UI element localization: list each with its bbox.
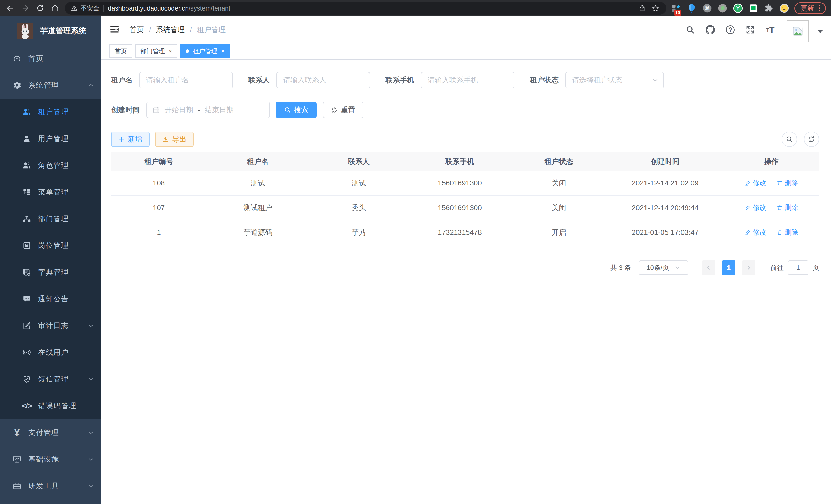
close-icon[interactable]: × xyxy=(169,48,172,54)
share-icon[interactable] xyxy=(637,4,647,13)
sidebar-item-sms[interactable]: 短信管理 xyxy=(0,366,101,392)
sidebar-item-notice[interactable]: 通知公告 xyxy=(0,286,101,313)
avatar-dropdown-caret-icon[interactable] xyxy=(818,30,823,36)
extension-chat-icon[interactable] xyxy=(748,3,759,13)
create-time-label: 创建时间 xyxy=(111,105,140,115)
refresh-table-button[interactable] xyxy=(804,131,819,147)
sidebar-item-infra[interactable]: 基础设施 xyxy=(0,446,101,473)
browser-back-icon[interactable] xyxy=(5,3,16,13)
sidebar-item-pay[interactable]: ¥ 支付管理 xyxy=(0,419,101,446)
chevron-down-icon xyxy=(88,429,94,436)
avatar[interactable] xyxy=(787,20,809,42)
sidebar-item-post[interactable]: 岗位管理 xyxy=(0,232,101,259)
browser-menu-kebab-icon[interactable] xyxy=(819,5,821,11)
browser-toolbar: 不安全 dashboard.yudao.iocoder.cn/system/te… xyxy=(0,0,831,17)
fullscreen-icon[interactable] xyxy=(745,24,756,35)
edit-link[interactable]: 修改 xyxy=(745,203,766,212)
close-icon[interactable]: × xyxy=(221,48,225,54)
extension-dot-icon[interactable] xyxy=(717,3,728,13)
breadcrumb-current: 租户管理 xyxy=(197,25,226,35)
tab-home[interactable]: 首页 xyxy=(110,45,132,58)
svg-text:Y: Y xyxy=(736,5,740,11)
tab-tenant[interactable]: 租户管理 × xyxy=(180,45,230,58)
sidebar-fold-icon[interactable] xyxy=(110,24,121,35)
sidebar-item-dict[interactable]: 字典管理 xyxy=(0,259,101,286)
page-unit-label: 页 xyxy=(812,263,819,272)
show-search-toggle-button[interactable] xyxy=(782,131,797,147)
sidebar-item-system[interactable]: 系统管理 xyxy=(0,72,101,99)
extension-y-icon[interactable]: Y xyxy=(733,3,743,13)
toolbox-icon xyxy=(12,481,22,491)
tenant-name-input[interactable] xyxy=(139,72,233,88)
github-icon[interactable] xyxy=(705,24,716,35)
edit-link[interactable]: 修改 xyxy=(745,179,766,187)
users-icon xyxy=(22,108,31,117)
edit-link[interactable]: 修改 xyxy=(745,228,766,237)
plus-icon xyxy=(118,136,125,143)
sidebar-item-home[interactable]: 首页 xyxy=(0,45,101,72)
search-button[interactable]: 搜索 xyxy=(276,102,317,118)
pagination: 共 3 条 10条/页 1 前往 页 xyxy=(111,261,819,275)
tenant-name-label: 租户名 xyxy=(111,75,133,85)
tenant-table: 租户编号 租户名 联系人 联系手机 租户状态 创建时间 操作 108 测试 测试… xyxy=(111,152,819,245)
browser-home-icon[interactable] xyxy=(50,3,60,13)
trash-icon xyxy=(776,205,783,211)
export-button[interactable]: 导出 xyxy=(155,131,194,147)
sidebar-item-dept[interactable]: 部门管理 xyxy=(0,206,101,232)
trash-icon xyxy=(776,180,783,186)
security-label: 不安全 xyxy=(81,4,99,12)
extension-grid-icon[interactable]: 10 xyxy=(671,3,682,13)
add-button[interactable]: 新增 xyxy=(111,131,149,147)
screen: 不安全 dashboard.yudao.iocoder.cn/system/te… xyxy=(0,0,831,504)
sidebar-item-error-code[interactable]: </> 错误码管理 xyxy=(0,392,101,419)
user-icon xyxy=(22,134,31,143)
contact-input[interactable] xyxy=(277,72,370,88)
delete-link[interactable]: 删除 xyxy=(776,203,798,212)
browser-forward-icon[interactable] xyxy=(20,3,30,13)
page-size-select[interactable]: 10条/页 xyxy=(639,261,688,275)
browser-reload-icon[interactable] xyxy=(35,3,45,13)
sidebar-item-menu[interactable]: 菜单管理 xyxy=(0,179,101,206)
sidebar: 芋道管理系统 首页 系统管理 租户管理 xyxy=(0,17,101,504)
current-page-button[interactable]: 1 xyxy=(722,261,736,275)
goto-page-input[interactable] xyxy=(788,261,808,275)
active-dot-icon xyxy=(185,49,189,53)
mobile-input[interactable] xyxy=(421,72,514,88)
delete-link[interactable]: 删除 xyxy=(776,179,798,187)
sidebar-logo[interactable]: 芋道管理系统 xyxy=(0,17,101,45)
browser-update-button[interactable]: 更新 xyxy=(794,2,826,14)
date-range-picker[interactable]: 开始日期 - 结束日期 xyxy=(146,102,270,118)
extension-emoji-icon[interactable] xyxy=(779,3,790,13)
extension-kite-icon[interactable] xyxy=(686,3,697,13)
extension-puzzle-icon[interactable] xyxy=(764,3,774,13)
font-size-icon[interactable]: TT xyxy=(765,24,776,35)
sidebar-item-user[interactable]: 用户管理 xyxy=(0,125,101,152)
table-header: 租户编号 租户名 联系人 联系手机 租户状态 创建时间 操作 xyxy=(111,152,819,171)
tabs-bar: 首页 部门管理 × 租户管理 × xyxy=(101,43,831,60)
sidebar-item-tenant[interactable]: 租户管理 xyxy=(0,99,101,125)
help-icon[interactable]: ? xyxy=(725,24,736,35)
tab-dept[interactable]: 部门管理 × xyxy=(135,45,177,58)
breadcrumb-system[interactable]: 系统管理 xyxy=(156,25,185,35)
status-select[interactable]: 请选择租户状态 xyxy=(565,72,664,88)
table-row: 107 测试租户 秃头 15601691300 关闭 2021-12-14 20… xyxy=(111,196,819,220)
url-bar[interactable]: 不安全 dashboard.yudao.iocoder.cn/system/te… xyxy=(65,2,666,14)
search-icon[interactable] xyxy=(685,24,696,35)
status-label: 租户状态 xyxy=(530,75,558,85)
reset-button[interactable]: 重置 xyxy=(323,102,363,118)
sidebar-item-dev-tools[interactable]: 研发工具 xyxy=(0,473,101,499)
shield-check-icon xyxy=(22,375,31,384)
breadcrumb-separator: / xyxy=(149,26,151,34)
next-page-button[interactable] xyxy=(742,261,755,275)
sidebar-item-online-users[interactable]: 在线用户 xyxy=(0,339,101,366)
sidebar-item-audit-log[interactable]: 审计日志 xyxy=(0,313,101,339)
sidebar-item-role[interactable]: 角色管理 xyxy=(0,152,101,179)
breadcrumb-home[interactable]: 首页 xyxy=(130,25,144,35)
chevron-right-icon xyxy=(746,265,752,270)
extension-command-icon[interactable]: ⌘ xyxy=(702,3,713,13)
bookmark-star-icon[interactable] xyxy=(651,4,660,13)
delete-link[interactable]: 删除 xyxy=(776,228,798,237)
system-submenu: 租户管理 用户管理 角色管理 菜单管理 xyxy=(0,99,101,419)
prev-page-button[interactable] xyxy=(702,261,715,275)
site-security-warning[interactable]: 不安全 xyxy=(71,4,99,12)
